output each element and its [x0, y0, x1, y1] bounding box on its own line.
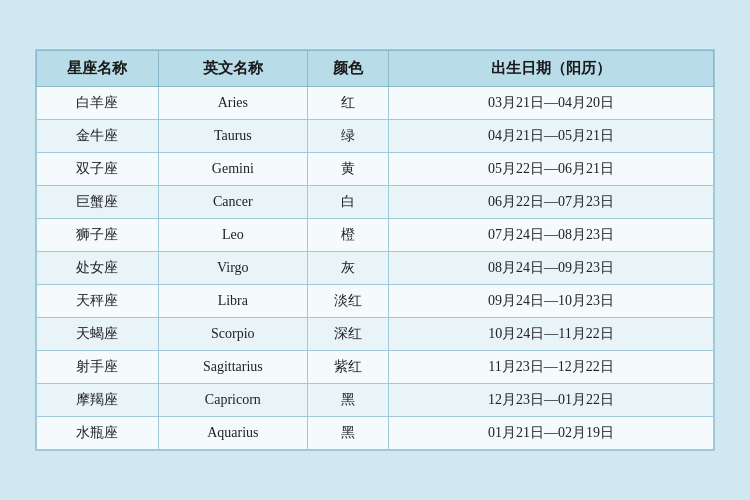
cell-color: 深红	[307, 318, 388, 351]
cell-color: 灰	[307, 252, 388, 285]
table-row: 金牛座Taurus绿04月21日—05月21日	[37, 120, 714, 153]
cell-chinese: 白羊座	[37, 87, 159, 120]
cell-chinese: 天蝎座	[37, 318, 159, 351]
table-row: 巨蟹座Cancer白06月22日—07月23日	[37, 186, 714, 219]
cell-english: Leo	[158, 219, 307, 252]
cell-english: Scorpio	[158, 318, 307, 351]
table-row: 双子座Gemini黄05月22日—06月21日	[37, 153, 714, 186]
cell-date: 09月24日—10月23日	[389, 285, 714, 318]
cell-date: 05月22日—06月21日	[389, 153, 714, 186]
cell-chinese: 双子座	[37, 153, 159, 186]
cell-color: 红	[307, 87, 388, 120]
table-row: 处女座Virgo灰08月24日—09月23日	[37, 252, 714, 285]
cell-color: 黑	[307, 384, 388, 417]
cell-date: 01月21日—02月19日	[389, 417, 714, 450]
cell-chinese: 射手座	[37, 351, 159, 384]
header-english: 英文名称	[158, 51, 307, 87]
cell-chinese: 处女座	[37, 252, 159, 285]
cell-color: 淡红	[307, 285, 388, 318]
cell-date: 07月24日—08月23日	[389, 219, 714, 252]
cell-date: 06月22日—07月23日	[389, 186, 714, 219]
cell-english: Taurus	[158, 120, 307, 153]
table-row: 水瓶座Aquarius黑01月21日—02月19日	[37, 417, 714, 450]
cell-chinese: 水瓶座	[37, 417, 159, 450]
cell-chinese: 狮子座	[37, 219, 159, 252]
cell-color: 黑	[307, 417, 388, 450]
cell-english: Cancer	[158, 186, 307, 219]
cell-date: 10月24日—11月22日	[389, 318, 714, 351]
header-chinese: 星座名称	[37, 51, 159, 87]
table-body: 白羊座Aries红03月21日—04月20日金牛座Taurus绿04月21日—0…	[37, 87, 714, 450]
cell-color: 白	[307, 186, 388, 219]
zodiac-table: 星座名称 英文名称 颜色 出生日期（阳历） 白羊座Aries红03月21日—04…	[36, 50, 714, 450]
cell-chinese: 巨蟹座	[37, 186, 159, 219]
cell-color: 橙	[307, 219, 388, 252]
header-color: 颜色	[307, 51, 388, 87]
cell-color: 黄	[307, 153, 388, 186]
cell-color: 紫红	[307, 351, 388, 384]
table-header-row: 星座名称 英文名称 颜色 出生日期（阳历）	[37, 51, 714, 87]
cell-date: 03月21日—04月20日	[389, 87, 714, 120]
cell-english: Sagittarius	[158, 351, 307, 384]
table-row: 狮子座Leo橙07月24日—08月23日	[37, 219, 714, 252]
cell-english: Aries	[158, 87, 307, 120]
header-date: 出生日期（阳历）	[389, 51, 714, 87]
cell-english: Virgo	[158, 252, 307, 285]
cell-english: Libra	[158, 285, 307, 318]
table-row: 天秤座Libra淡红09月24日—10月23日	[37, 285, 714, 318]
cell-english: Gemini	[158, 153, 307, 186]
cell-chinese: 金牛座	[37, 120, 159, 153]
cell-english: Aquarius	[158, 417, 307, 450]
cell-english: Capricorn	[158, 384, 307, 417]
table-row: 天蝎座Scorpio深红10月24日—11月22日	[37, 318, 714, 351]
cell-date: 08月24日—09月23日	[389, 252, 714, 285]
table-row: 白羊座Aries红03月21日—04月20日	[37, 87, 714, 120]
cell-date: 11月23日—12月22日	[389, 351, 714, 384]
cell-color: 绿	[307, 120, 388, 153]
table-row: 摩羯座Capricorn黑12月23日—01月22日	[37, 384, 714, 417]
cell-chinese: 天秤座	[37, 285, 159, 318]
zodiac-table-container: 星座名称 英文名称 颜色 出生日期（阳历） 白羊座Aries红03月21日—04…	[35, 49, 715, 451]
cell-chinese: 摩羯座	[37, 384, 159, 417]
table-row: 射手座Sagittarius紫红11月23日—12月22日	[37, 351, 714, 384]
cell-date: 12月23日—01月22日	[389, 384, 714, 417]
cell-date: 04月21日—05月21日	[389, 120, 714, 153]
